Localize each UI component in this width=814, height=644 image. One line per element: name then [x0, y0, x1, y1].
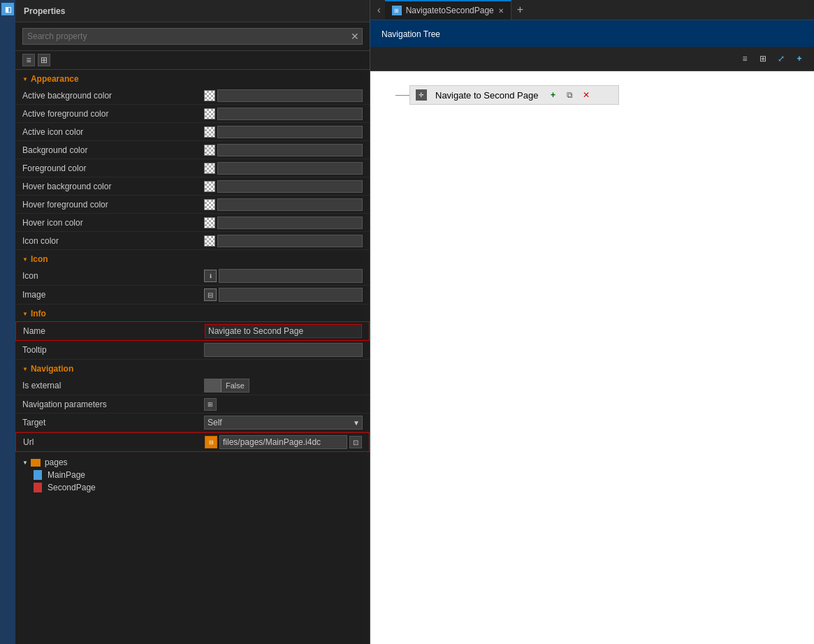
- hover-background-color-row: Hover background color: [15, 177, 370, 196]
- tree-secondpage-item[interactable]: SecondPage: [22, 481, 363, 494]
- app-icon[interactable]: ◧: [1, 3, 14, 15]
- icon-section-header[interactable]: ▼ Icon: [15, 250, 370, 267]
- is-external-toggle[interactable]: False: [204, 379, 249, 393]
- active-foreground-color-controls: [204, 108, 363, 120]
- search-clear-icon[interactable]: ✕: [351, 31, 359, 41]
- active-icon-color-controls: [204, 126, 363, 138]
- tooltip-property-input[interactable]: [204, 343, 363, 357]
- active-icon-color-picker[interactable]: [204, 126, 215, 138]
- toggle-false-label: False: [221, 379, 249, 392]
- name-property-input[interactable]: [205, 324, 362, 338]
- info-section-header[interactable]: ▼ Info: [15, 305, 370, 321]
- url-property-label: Url: [23, 437, 205, 447]
- is-external-row: Is external False: [15, 376, 370, 395]
- navigation-section-arrow-icon: ▼: [22, 366, 28, 372]
- nav-tree-item[interactable]: ✛ Navigate to Second Page + ⧉ ✕: [409, 85, 619, 105]
- background-color-input[interactable]: [217, 144, 363, 156]
- tooltip-property-label: Tooltip: [22, 345, 204, 355]
- nav-tree-content: ✛ Navigate to Second Page + ⧉ ✕: [370, 71, 814, 644]
- nav-item-delete-button[interactable]: ✕: [580, 89, 593, 101]
- icon-color-picker[interactable]: [204, 235, 215, 247]
- nav-move-icon[interactable]: ✛: [416, 89, 427, 101]
- nav-grid-icon: ⊞: [760, 54, 766, 64]
- navigation-params-row: Navigation parameters ⊞: [15, 395, 370, 414]
- nav-expand-button[interactable]: ⤢: [773, 51, 789, 66]
- nav-item-label: Navigate to Second Page: [431, 90, 542, 101]
- background-color-picker[interactable]: [204, 145, 215, 156]
- navigation-params-button[interactable]: ⊞: [204, 398, 217, 411]
- grid-icon: ⊞: [41, 55, 48, 65]
- hover-icon-color-label: Hover icon color: [22, 218, 204, 228]
- nav-connector-line: [395, 95, 409, 96]
- list-icon: ≡: [26, 55, 31, 65]
- hover-icon-color-input[interactable]: [217, 217, 363, 229]
- image-pick-button[interactable]: ⊟: [204, 288, 217, 301]
- hover-icon-color-picker[interactable]: [204, 217, 215, 228]
- name-property-controls: [205, 324, 362, 338]
- is-external-controls: False: [204, 379, 363, 393]
- background-color-row: Background color: [15, 141, 370, 159]
- nav-list-view-button[interactable]: ≡: [737, 51, 753, 66]
- hover-background-color-input[interactable]: [217, 180, 363, 193]
- url-open-button[interactable]: ⊡: [349, 436, 362, 448]
- url-folder-button[interactable]: ⊟: [205, 436, 217, 448]
- grid-view-button[interactable]: ⊞: [38, 54, 50, 66]
- tree-pages-label: pages: [45, 458, 68, 467]
- tab-icon: ⊞: [392, 6, 402, 15]
- icon-color-input[interactable]: [217, 235, 363, 247]
- properties-panel: Properties ✕ ≡ ⊞ ▼ Appearance Active bac…: [15, 0, 370, 644]
- hover-foreground-color-picker[interactable]: [204, 199, 215, 210]
- navigation-section-header[interactable]: ▼ Navigation: [15, 360, 370, 376]
- active-foreground-color-label: Active foreground color: [22, 109, 204, 119]
- active-icon-color-input[interactable]: [217, 126, 363, 138]
- properties-title: Properties: [24, 6, 65, 16]
- navigation-params-label: Navigation parameters: [22, 400, 204, 409]
- hover-foreground-color-label: Hover foreground color: [22, 200, 204, 210]
- foreground-color-input[interactable]: [217, 162, 363, 175]
- target-select[interactable]: Self _blank _parent _top: [204, 416, 363, 430]
- navigate-tab[interactable]: ⊞ NavigatetoSecondPage ✕: [385, 0, 511, 20]
- target-property-label: Target: [22, 418, 204, 427]
- active-background-color-picker[interactable]: [204, 90, 215, 101]
- right-panel: ‹ ⊞ NavigatetoSecondPage ✕ + Navigation …: [370, 0, 814, 644]
- tab-add-button[interactable]: +: [511, 3, 529, 16]
- hover-foreground-color-row: Hover foreground color: [15, 196, 370, 214]
- active-foreground-color-picker[interactable]: [204, 108, 215, 119]
- search-input[interactable]: [23, 29, 362, 44]
- nav-item-copy-icon: ⧉: [567, 90, 573, 100]
- active-background-color-label: Active background color: [22, 91, 204, 101]
- target-property-controls: Self _blank _parent _top ▼: [204, 416, 363, 430]
- hover-foreground-color-input[interactable]: [217, 198, 363, 211]
- list-view-button[interactable]: ≡: [22, 54, 35, 66]
- info-section-label: Info: [31, 309, 46, 319]
- nav-item-copy-button[interactable]: ⧉: [563, 89, 576, 101]
- hover-background-color-controls: [204, 180, 363, 193]
- active-background-color-input[interactable]: [217, 89, 363, 102]
- tree-mainpage-item[interactable]: MainPage: [22, 469, 363, 481]
- navigation-params-controls: ⊞: [204, 398, 363, 411]
- nav-list-icon: ≡: [742, 54, 747, 64]
- url-property-input[interactable]: [219, 435, 347, 449]
- tree-expand-arrow-icon: ▼: [22, 460, 28, 466]
- nav-item-add-button[interactable]: +: [546, 89, 559, 101]
- nav-tree-title: Navigation Tree: [381, 29, 440, 39]
- icon-property-controls: ℹ: [204, 269, 363, 283]
- nav-add-item-button[interactable]: +: [792, 51, 807, 66]
- icon-property-input[interactable]: [219, 269, 363, 283]
- icon-pick-button[interactable]: ℹ: [204, 270, 217, 282]
- appearance-label: Appearance: [31, 74, 79, 84]
- image-property-input[interactable]: [219, 288, 363, 302]
- url-property-row: Url ⊟ ⊡: [15, 432, 370, 452]
- active-foreground-color-input[interactable]: [217, 108, 363, 120]
- appearance-section-header[interactable]: ▼ Appearance: [15, 70, 370, 87]
- foreground-color-picker[interactable]: [204, 163, 215, 174]
- app-sidebar: ◧: [0, 0, 15, 644]
- tree-pages-folder[interactable]: ▼ pages: [22, 456, 363, 469]
- tab-close-button[interactable]: ✕: [498, 7, 504, 15]
- target-property-row: Target Self _blank _parent _top ▼: [15, 414, 370, 432]
- url-property-controls: ⊟ ⊡: [205, 435, 362, 449]
- nav-grid-view-button[interactable]: ⊞: [755, 51, 771, 66]
- hover-background-color-picker[interactable]: [204, 181, 215, 192]
- tree-secondpage-label: SecondPage: [48, 483, 96, 492]
- tab-back-button[interactable]: ‹: [373, 4, 385, 15]
